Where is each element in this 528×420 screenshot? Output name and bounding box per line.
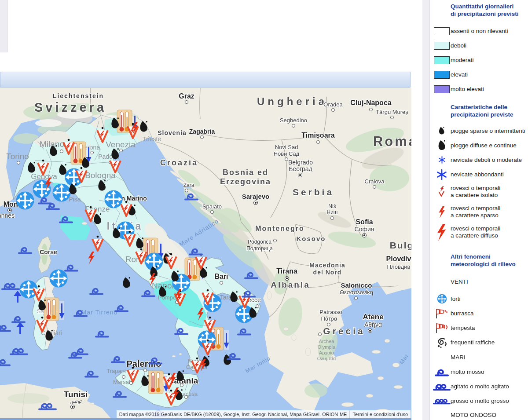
- legend-quantity-title: Quantitativi giornalieri di precipitazio…: [451, 3, 528, 18]
- city-label: Novi Sad: [275, 144, 298, 150]
- country-label: del Nord: [313, 269, 342, 275]
- sea-rough-icon: [68, 350, 82, 361]
- map-canvas[interactable]: SvizzeraLiechtensteinUngheriaSloveniaCro…: [0, 88, 411, 420]
- shower-isolated-icon: [164, 253, 179, 271]
- legend-sea-item: grosso o molto grosso: [433, 394, 528, 408]
- city-label: София: [355, 226, 374, 232]
- city-marker: [210, 210, 214, 214]
- rain-drop-icon: [97, 179, 107, 194]
- legend-venti-heading: VENTI: [451, 278, 528, 286]
- map-terms-link[interactable]: Termini e condizioni d'uso: [349, 410, 411, 418]
- country-label: Roma: [373, 135, 411, 148]
- capital-marker: [253, 201, 258, 205]
- legend-quantity-item: molto elevati: [433, 82, 528, 96]
- thunder-sm-icon: [433, 206, 451, 218]
- legend-quantity-item-label: moderati: [451, 57, 474, 64]
- legend-quantity-item: assenti o non rilevanti: [433, 24, 528, 38]
- legend-characteristic-item-label: rovesci o temporalia carattere isolato: [451, 185, 500, 199]
- thunder-lg-icon: [433, 224, 451, 240]
- legend-characteristics-title: Caratteristiche delle precipitazioni pre…: [451, 103, 528, 118]
- city-label: Zara: [183, 183, 194, 188]
- city-marker: [185, 100, 188, 104]
- city-marker: [390, 116, 394, 119]
- city-label: Ниш: [327, 210, 338, 215]
- city-marker: [220, 281, 223, 285]
- city-marker: [273, 239, 277, 242]
- city-label: Cluj-Napoca: [350, 99, 391, 106]
- legend-characteristic-item-label: nevicate abbondanti: [451, 171, 504, 178]
- legend-quantity-item-label: molto elevati: [451, 86, 484, 93]
- sea-rough-1-icon: [433, 367, 451, 377]
- country-label: Croazia: [160, 159, 198, 167]
- legend-other-title: Altri fenomeni meteorologici di rilievo: [451, 253, 528, 268]
- shower-isolated-sm-icon: [433, 186, 451, 197]
- city-label: Zagabria: [189, 128, 215, 135]
- city-marker: [331, 108, 335, 112]
- shower-isolated-icon: [61, 139, 77, 157]
- country-label: Corse: [40, 249, 57, 255]
- city-label: تونس: [70, 398, 82, 404]
- legend-panel: Quantitativi giornalieri di precipitazio…: [433, 0, 528, 420]
- city-label: Seghedino: [280, 117, 307, 123]
- sea-rough-icon: [46, 201, 60, 212]
- sea-rough-icon: [64, 263, 78, 274]
- legend-characteristic-item: piogge sparse o intermittenti: [433, 124, 528, 138]
- thunder-icon: [149, 274, 157, 287]
- page: SvizzeraLiechtensteinUngheriaSloveniaCro…: [0, 0, 528, 420]
- thunder-icon: [88, 252, 95, 266]
- city-marker: [180, 383, 183, 387]
- legend-characteristic-item: rovesci o temporalia carattere sparso: [433, 202, 528, 222]
- sea-rough-icon: [184, 191, 198, 203]
- country-label: Montenegro: [255, 225, 304, 232]
- sea-very-rough-icon: [10, 346, 28, 358]
- arrow-up-icon: [12, 290, 23, 305]
- city-label: Graz: [179, 93, 194, 100]
- city-marker: [327, 323, 330, 326]
- shower-isolated-icon: [122, 230, 138, 249]
- shower-isolated-icon: [74, 167, 89, 185]
- country-label: Bosnia ed: [223, 168, 268, 176]
- sea-rough-icon: [113, 389, 127, 400]
- quantity-swatch: [433, 56, 451, 64]
- city-label: annes: [0, 212, 15, 219]
- map-window: SvizzeraLiechtensteinUngheriaSloveniaCro…: [0, 72, 411, 420]
- wind-strong-sm-icon: [433, 294, 451, 304]
- sea-rough-icon: [0, 357, 11, 369]
- country-label: Serbia: [293, 187, 334, 197]
- collapsed-side-panel[interactable]: [0, 0, 7, 52]
- shower-isolated-icon: [83, 206, 99, 224]
- shower-isolated-icon: [200, 289, 216, 307]
- legend-characteristic-item: nevicate deboli o moderate: [433, 153, 528, 167]
- map-attribution-bar: Dati mappa ©2019 GeoBasis-DE/BKG (©2009)…: [117, 410, 411, 418]
- legend-characteristic-item: rovesci o temporalia carattere diffuso: [433, 222, 528, 242]
- legend-characteristic-item: nevicate abbondanti: [433, 167, 528, 182]
- sea-rough-icon: [59, 214, 73, 226]
- shower-isolated-icon: [119, 201, 134, 219]
- capital-marker: [368, 329, 372, 333]
- sea-rough-icon: [141, 288, 155, 299]
- city-marker: [369, 108, 373, 111]
- rain-drop-icon: [110, 117, 121, 131]
- country-label: Svizzera: [34, 101, 106, 114]
- rain-drop-icon: [58, 164, 68, 178]
- country-label: Grecia: [323, 326, 365, 336]
- city-marker: [184, 395, 188, 399]
- legend-wind-item: forti: [433, 292, 528, 306]
- legend-characteristic-item: rovesci o temporalia carattere isolato: [433, 182, 528, 202]
- sea-rough-3-icon: [433, 396, 451, 406]
- rain-sparse-icon: [433, 127, 451, 135]
- sea-rough-2-icon: [433, 382, 451, 391]
- sea-very-rough-icon: [1, 281, 20, 292]
- sea-rough-icon: [114, 303, 128, 314]
- legend-wind-item-label: tempesta: [451, 325, 475, 332]
- country-label: Ungheria: [257, 96, 327, 107]
- city-marker: [143, 369, 147, 372]
- city-label: Bari: [214, 273, 228, 280]
- sea-rough-icon: [18, 245, 32, 256]
- sea-rough-icon: [227, 351, 241, 362]
- city-label: Αθήνα: [364, 321, 382, 328]
- country-label: Albania: [271, 281, 310, 289]
- country-label: Liechtenstein: [53, 93, 104, 99]
- city-label: Belgrado: [288, 159, 313, 165]
- thunder-icon: [172, 388, 180, 402]
